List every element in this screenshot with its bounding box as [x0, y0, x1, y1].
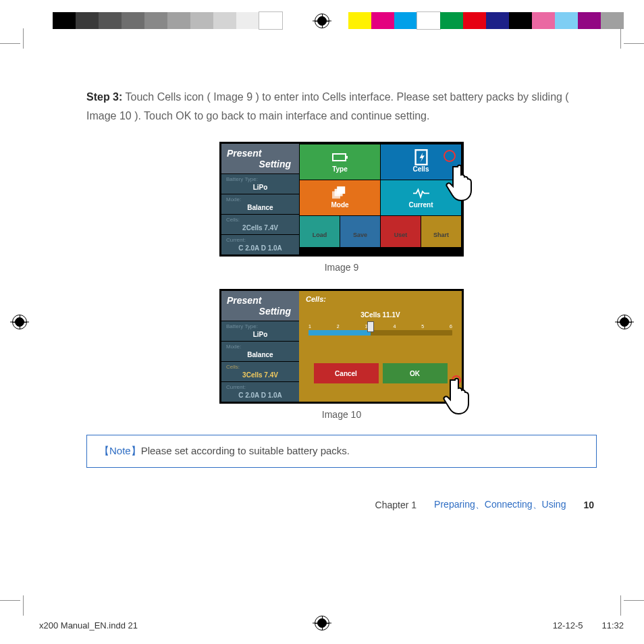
tile-current[interactable]: Current: [381, 180, 461, 215]
reg-bar-grayscale: [53, 12, 282, 29]
cells-label: Cells:: [306, 295, 455, 303]
tile-label: Mode: [331, 201, 348, 209]
sidebar-cells: Cells: 3Cells 7.4V: [221, 361, 299, 381]
label: Mode:: [226, 196, 294, 203]
chapter-label: Chapter 1: [375, 500, 417, 510]
sidebar-battery-type: Battery Type: LiPo: [221, 173, 299, 194]
tile-label: Shart: [433, 232, 449, 238]
pulse-icon: [413, 187, 429, 199]
cells-panel: Cells: 3Cells 11.1V 123456 Cancel OK: [299, 291, 462, 402]
tile-label: Uset: [394, 232, 408, 238]
crop-mark: [23, 595, 24, 616]
tile-save[interactable]: Save: [340, 216, 380, 247]
crop-mark: [620, 595, 621, 616]
screenshot-image10: Present Setting Battery Type: LiPo Mode:…: [219, 289, 464, 404]
slider-fill: [308, 330, 371, 336]
sidebar-title: Present Setting: [221, 144, 299, 173]
crop-mark: [624, 43, 644, 44]
present-setting-sidebar: Present Setting Battery Type: LiPo Mode:…: [221, 291, 299, 402]
crop-mark: [624, 600, 644, 601]
stack-icon: [332, 187, 348, 199]
svg-rect-1: [346, 156, 348, 159]
bolt-icon: [413, 151, 429, 163]
label: Cells:: [226, 364, 294, 370]
indd-time: 11:32: [601, 620, 624, 630]
tile-cells[interactable]: Cells: [381, 144, 461, 180]
label: Battery Type:: [226, 323, 294, 329]
page-number: 10: [583, 500, 594, 510]
slider-ticks: 123456: [308, 324, 452, 329]
tiles-grid: Type Cells Mode: [299, 144, 462, 254]
chapter-links: Preparing、Connecting、Using: [434, 499, 566, 511]
value: Balance: [226, 203, 294, 211]
tile-shart[interactable]: Shart: [421, 216, 461, 247]
tile-type[interactable]: Type: [300, 144, 380, 180]
registration-target-icon: [12, 315, 27, 329]
tile-label: Save: [353, 232, 367, 238]
label: Battery Type:: [226, 176, 294, 182]
value: LiPo: [226, 329, 294, 338]
battery-icon: [332, 151, 348, 163]
caption-image10: Image 10: [86, 409, 597, 420]
caption-image9: Image 9: [86, 262, 597, 273]
value: C 2.0A D 1.0A: [226, 243, 294, 252]
value: Balance: [226, 350, 294, 358]
sidebar-cells: Cells: 2Cells 7.4V: [221, 214, 299, 234]
cells-slider[interactable]: 123456: [308, 324, 452, 343]
label: Cells:: [226, 217, 294, 223]
registration-target-icon: [315, 14, 329, 28]
label: Current:: [226, 237, 294, 243]
present-setting-sidebar: Present Setting Battery Type: LiPo Mode:…: [221, 144, 299, 254]
crop-mark: [23, 28, 24, 49]
sidebar-title-l2: Setting: [227, 159, 294, 169]
ok-button[interactable]: OK: [383, 363, 448, 383]
dialog-buttons: Cancel OK: [306, 363, 455, 383]
value: C 2.0A D 1.0A: [226, 390, 294, 399]
label: Current:: [226, 384, 294, 390]
tile-label: Current: [408, 201, 433, 209]
svg-point-7: [327, 232, 331, 235]
sidebar-mode: Mode: Balance: [221, 194, 299, 214]
crop-mark: [0, 600, 20, 601]
svg-point-13: [408, 233, 412, 236]
indesign-slug: x200 Manual_EN.indd 21 12-12-5 11:32: [39, 620, 624, 630]
tile-uset[interactable]: Uset: [381, 216, 421, 247]
note-tag: 【Note】: [99, 445, 141, 456]
page-content: Step 3: Touch Cells icon ( Image 9 ) to …: [86, 88, 597, 511]
highlight-ring-icon: [444, 150, 456, 162]
value: 3Cells 7.4V: [226, 370, 294, 379]
sidebar-mode: Mode: Balance: [221, 341, 299, 361]
sidebar-title: Present Setting: [221, 291, 299, 321]
sidebar-title-l1: Present: [227, 148, 261, 159]
tile-label: Cells: [413, 165, 429, 173]
step-body: Touch Cells icon ( Image 9 ) to enter in…: [86, 91, 569, 122]
sidebar-battery-type: Battery Type: LiPo: [221, 321, 299, 341]
tile-label: Load: [313, 232, 327, 238]
registration-target-icon: [617, 315, 632, 329]
note-box: 【Note】Please set according to suitable b…: [86, 435, 597, 468]
bottom-tile-row: Load Save Uset: [300, 216, 461, 247]
tile-load[interactable]: Load: [300, 216, 340, 247]
step-label: Step 3:: [86, 91, 122, 103]
slider-track: [308, 330, 452, 336]
sidebar-current: Current: C 2.0A D 1.0A: [221, 234, 299, 254]
value: 2Cells 7.4V: [226, 223, 294, 232]
tile-label: Type: [332, 165, 348, 173]
sidebar-current: Current: C 2.0A D 1.0A: [221, 381, 299, 402]
sidebar-title-l1: Present: [227, 295, 261, 306]
indd-file: x200 Manual_EN.indd 21: [39, 620, 138, 630]
indd-date: 12-12-5: [553, 620, 583, 630]
crop-mark: [0, 43, 20, 44]
sidebar-title-l2: Setting: [227, 306, 294, 317]
svg-rect-5: [332, 192, 340, 199]
slider-thumb[interactable]: [367, 321, 374, 332]
note-text: Please set according to suitable battery…: [141, 445, 350, 456]
reg-bar-color: [348, 12, 624, 29]
value: LiPo: [226, 182, 294, 191]
screenshot-image9: Present Setting Battery Type: LiPo Mode:…: [219, 142, 464, 257]
step-text: Step 3: Touch Cells icon ( Image 9 ) to …: [86, 88, 597, 126]
svg-rect-0: [333, 154, 346, 161]
cancel-button[interactable]: Cancel: [314, 363, 379, 383]
tile-mode[interactable]: Mode: [300, 180, 380, 215]
crop-mark: [620, 28, 621, 49]
